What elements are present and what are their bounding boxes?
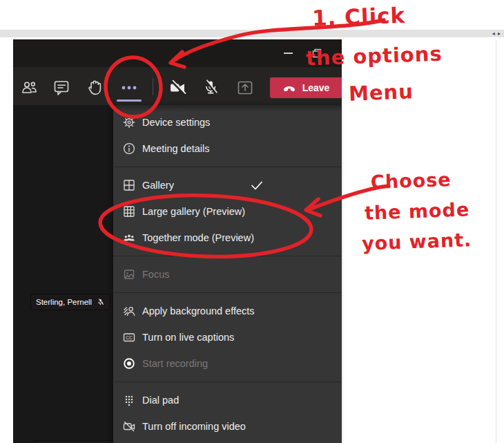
focus-icon [122, 267, 136, 281]
gallery-grid-icon [122, 178, 136, 192]
menu-item-label: Turn on live captions [142, 332, 234, 343]
incoming-video-off-icon [122, 420, 136, 433]
record-icon [122, 357, 136, 370]
menu-divider [113, 256, 342, 256]
participant-name-badge: Sterling, Pernell [30, 294, 110, 310]
info-icon [122, 142, 136, 155]
minimize-button[interactable] [273, 39, 303, 67]
menu-item-label: Start recording [142, 358, 208, 369]
window-titlebar [13, 39, 342, 67]
handwritten-step1-options: the options [305, 42, 443, 70]
menu-item-large-gallery[interactable]: Large gallery (Preview) [113, 198, 342, 225]
settings-gear-icon [122, 115, 136, 129]
strip-scroll-arrows[interactable]: ◂ ▸ [492, 30, 501, 37]
handwritten-step1-menu: Menu [348, 79, 414, 105]
svg-text:CC: CC [126, 335, 133, 340]
toolbar-divider [153, 78, 153, 95]
participant-name-badge: Maghaireh, Razan [33, 440, 122, 443]
meeting-stage: Sterling, Pernell Maghaireh, Razan [13, 105, 342, 443]
menu-item-live-captions[interactable]: CC Turn on live captions [113, 324, 342, 350]
menu-item-label: Large gallery (Preview) [142, 206, 245, 217]
hang-up-icon [282, 81, 296, 95]
live-captions-icon: CC [122, 330, 136, 344]
more-actions-menu: Device settings Meeting details [113, 105, 342, 443]
menu-item-label: Device settings [142, 117, 210, 128]
dial-pad-icon [122, 393, 136, 407]
teams-meeting-window: Leave Sterling, Pernell Maghaireh, R [13, 39, 342, 443]
show-participants-button[interactable] [19, 78, 39, 97]
menu-item-label: Meeting details [142, 143, 210, 154]
camera-off-icon [168, 78, 188, 97]
mic-muted-icon [201, 78, 220, 97]
page-scrollbar-track [496, 39, 496, 443]
handwritten-step2-choose: Choose [370, 169, 452, 193]
leave-button-label: Leave [302, 82, 330, 93]
more-actions-active-underline [117, 100, 142, 102]
handwritten-step2-mode: the mode [365, 198, 470, 223]
raise-hand-button[interactable] [84, 78, 104, 97]
menu-item-start-recording: Start recording [113, 350, 342, 377]
checkmark-icon [250, 178, 264, 192]
menu-item-label: Dial pad [142, 395, 179, 406]
share-screen-icon [235, 78, 255, 97]
handwritten-step1-click: 1. Click [311, 3, 405, 31]
people-roster-icon [19, 78, 39, 97]
menu-item-label: Apply background effects [142, 305, 255, 317]
annotated-screenshot: ······ ◂ ▸ [0, 0, 504, 443]
menu-item-device-settings[interactable]: Device settings [113, 109, 342, 135]
video-grid: Sterling, Pernell Maghaireh, Razan [13, 105, 113, 443]
menu-item-together-mode[interactable]: Together mode (Preview) [113, 225, 342, 251]
large-gallery-grid-icon [122, 205, 136, 218]
meeting-toolbar: Leave [13, 67, 342, 105]
window-top-strip: ······ ◂ ▸ [0, 30, 504, 37]
menu-item-dial-pad[interactable]: Dial pad [113, 387, 342, 413]
menu-divider [113, 167, 342, 167]
menu-divider [113, 381, 342, 382]
mic-muted-icon [96, 298, 105, 307]
menu-item-turn-off-incoming-video[interactable]: Turn off incoming video [113, 413, 342, 440]
handwritten-step2-want: you want. [362, 229, 472, 254]
share-screen-button[interactable] [235, 78, 255, 97]
mic-toggle-button[interactable] [201, 78, 220, 97]
camera-toggle-button[interactable] [168, 78, 188, 97]
strip-drag-dots: ······ [235, 31, 254, 37]
participant-name: Sterling, Pernell [36, 298, 92, 306]
background-effects-icon [122, 304, 136, 318]
leave-button[interactable]: Leave [270, 77, 342, 98]
more-ellipsis-icon [119, 80, 139, 95]
menu-item-label: Together mode (Preview) [142, 232, 254, 243]
minimize-icon [284, 53, 293, 54]
chat-bubble-icon [52, 78, 71, 97]
menu-divider [113, 292, 342, 293]
menu-item-meeting-details[interactable]: Meeting details [113, 135, 342, 162]
menu-item-label: Turn off incoming video [142, 421, 246, 432]
together-mode-icon [122, 231, 136, 245]
menu-item-background-effects[interactable]: Apply background effects [113, 298, 342, 324]
raised-hand-icon [84, 78, 104, 97]
menu-item-label: Gallery [142, 180, 174, 191]
menu-item-label: Focus [142, 269, 170, 280]
menu-item-gallery[interactable]: Gallery [113, 172, 342, 198]
menu-item-focus: Focus [113, 261, 342, 288]
more-actions-button[interactable] [115, 78, 143, 97]
chat-button[interactable] [52, 78, 71, 97]
